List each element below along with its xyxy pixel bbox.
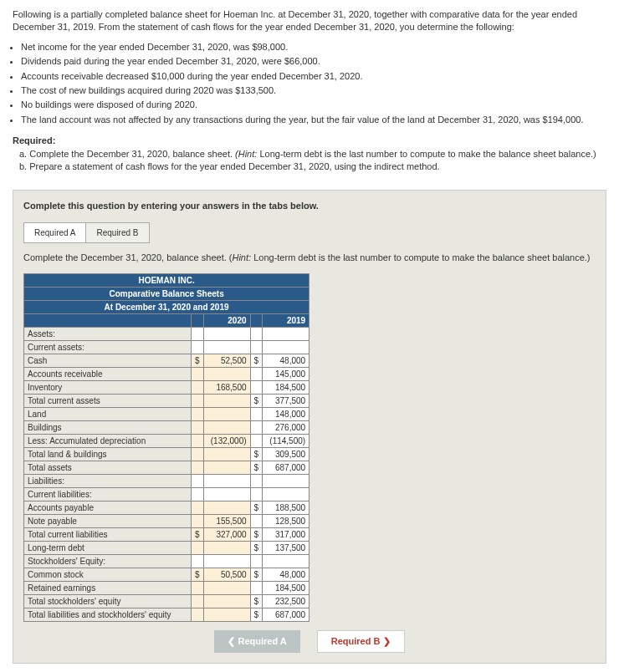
prev-button[interactable]: ❮ Required A <box>214 630 300 653</box>
re-2020-input[interactable] <box>203 581 250 594</box>
row-cs: Common stock <box>24 568 192 581</box>
list-item: Accounts receivable decreased $10,000 du… <box>21 70 606 83</box>
row-ap: Accounts payable <box>24 501 192 514</box>
row-np: Note payable <box>24 514 192 527</box>
list-item: No buildings were disposed of during 202… <box>21 99 606 111</box>
row-cash: Cash <box>24 354 192 367</box>
row-se: Stockholders' Equity: <box>24 554 192 568</box>
row-buildings: Buildings <box>24 420 192 434</box>
ar-2020-input[interactable] <box>203 367 250 380</box>
nav-buttons: ❮ Required A Required B ❯ <box>23 630 596 653</box>
intro-paragraph: Following is a partially completed balan… <box>0 0 619 41</box>
total-assets-2020-input[interactable] <box>203 461 250 474</box>
row-total-assets: Total assets <box>24 461 192 474</box>
tab-required-a[interactable]: Required A <box>23 222 86 243</box>
dep-2020-input[interactable]: (132,000) <box>203 434 250 447</box>
tab-instructions: Complete the December 31, 2020, balance … <box>23 252 596 264</box>
row-total-lb: Total land & buildings <box>24 447 192 461</box>
row-re: Retained earnings <box>24 581 192 594</box>
row-land: Land <box>24 407 192 420</box>
row-inventory: Inventory <box>24 380 192 394</box>
required-label: Required: <box>13 135 606 147</box>
row-current-assets: Current assets: <box>24 340 192 354</box>
question-header: Complete this question by entering your … <box>23 201 596 211</box>
total-ca-2020-input[interactable] <box>203 394 250 407</box>
row-total-se: Total stockholders' equity <box>24 594 192 608</box>
list-item: Net income for the year ended December 3… <box>21 41 606 53</box>
table-title-statement: Comparative Balance Sheets <box>24 287 310 300</box>
question-box: Complete this question by entering your … <box>13 190 606 663</box>
table-title-dates: At December 31, 2020 and 2019 <box>24 300 310 313</box>
cs-2020-input[interactable]: 50,500 <box>203 568 250 581</box>
col-2019: 2019 <box>263 313 310 327</box>
np-2020-input[interactable]: 155,500 <box>203 514 250 527</box>
total-cl-2020-input[interactable]: 327,000 <box>203 527 250 541</box>
inventory-2020-input[interactable]: 168,500 <box>203 380 250 394</box>
col-2020: 2020 <box>203 313 250 327</box>
next-button[interactable]: Required B ❯ <box>317 630 406 653</box>
ap-2020-input[interactable] <box>203 501 250 514</box>
list-item: Dividends paid during the year ended Dec… <box>21 55 606 68</box>
row-current-liab: Current liabilities: <box>24 487 192 501</box>
facts-list: Net income for the year ended December 3… <box>0 41 619 135</box>
chevron-left-icon: ❮ <box>228 636 235 647</box>
tabs: Required A Required B <box>23 222 596 243</box>
total-lb-2020-input[interactable] <box>203 447 250 461</box>
row-total-ca: Total current assets <box>24 394 192 407</box>
row-total-cl: Total current liabilities <box>24 527 192 541</box>
required-section: Required: a. Complete the December 31, 2… <box>0 135 619 183</box>
buildings-2020-input[interactable] <box>203 420 250 434</box>
list-item: The cost of new buildings acquired durin… <box>21 84 606 97</box>
row-ar: Accounts receivable <box>24 367 192 380</box>
required-a: a. Complete the December 31, 2020, balan… <box>19 148 606 160</box>
land-2020-input[interactable] <box>203 407 250 420</box>
chevron-right-icon: ❯ <box>383 636 391 647</box>
ltd-2020-input[interactable] <box>203 541 250 554</box>
table-title-company: HOEMAN INC. <box>24 273 310 287</box>
row-liabilities: Liabilities: <box>24 474 192 487</box>
row-assets: Assets: <box>24 327 192 340</box>
total-lse-2020-input[interactable] <box>203 608 250 621</box>
tab-required-b[interactable]: Required B <box>85 222 149 243</box>
row-total-lse: Total liabilities and stockholders' equi… <box>24 608 192 621</box>
required-b: b. Prepare a statement of cash flows for… <box>19 160 606 173</box>
total-se-2020-input[interactable] <box>203 594 250 608</box>
row-ltd: Long-term debt <box>24 541 192 554</box>
row-less-dep: Less: Accumulated depreciation <box>24 434 192 447</box>
list-item: The land account was not affected by any… <box>21 114 606 126</box>
cash-2020-dollar[interactable]: $ <box>192 354 204 367</box>
cash-2020-input[interactable]: 52,500 <box>203 354 250 367</box>
balance-sheet-table: HOEMAN INC. Comparative Balance Sheets A… <box>23 273 310 622</box>
